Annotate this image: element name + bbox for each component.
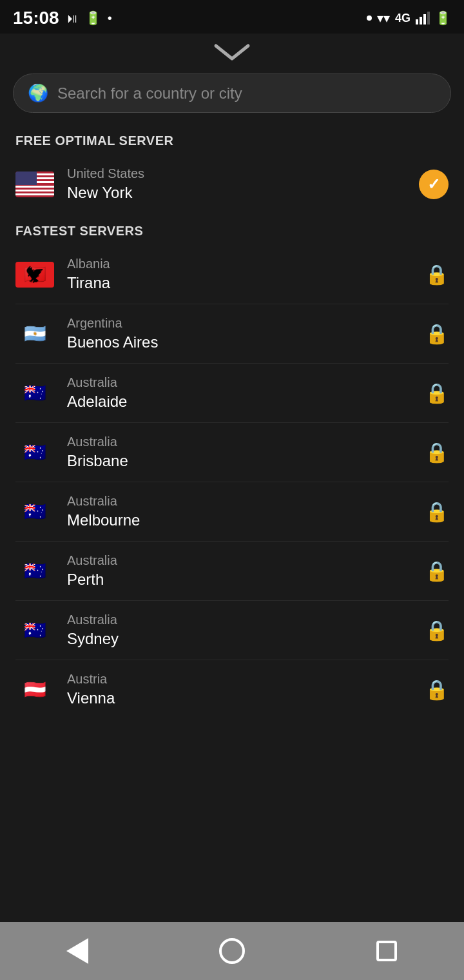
fastest-servers-header: FASTEST SERVERS	[0, 213, 464, 245]
country-al: Albania	[67, 257, 425, 271]
server-item-au-brisbane[interactable]: 🇦🇺 Australia Brisbane 🔒	[0, 423, 464, 482]
server-item-au-perth[interactable]: 🇦🇺 Australia Perth 🔒	[0, 542, 464, 600]
signal-4g: 4G	[395, 12, 411, 25]
flag-au-perth: 🇦🇺	[15, 558, 54, 584]
spotify-icon: ⏯	[66, 11, 79, 26]
lock-icon-ar: 🔒	[425, 322, 449, 345]
server-info-au-adelaide: Australia Adelaide	[67, 375, 425, 411]
server-item-us-newyork[interactable]: United States New York ✓	[0, 155, 464, 213]
signal-bars	[416, 12, 430, 24]
city-tirana: Tirana	[67, 274, 425, 292]
free-optimal-list: United States New York ✓	[0, 155, 464, 213]
lock-icon-au-perth: 🔒	[425, 560, 449, 582]
free-optimal-header: FREE OPTIMAL SERVER	[0, 123, 464, 155]
recent-icon	[376, 941, 397, 961]
signal-dot	[367, 15, 372, 21]
city-newyork: New York	[67, 184, 419, 202]
city-melbourne: Melbourne	[67, 511, 425, 529]
flag-au-melbourne: 🇦🇺	[15, 499, 54, 525]
home-icon	[219, 938, 245, 964]
server-info-at: Austria Vienna	[67, 672, 425, 707]
nav-back-button[interactable]	[52, 925, 103, 977]
flag-au-sydney: 🇦🇺	[15, 618, 54, 643]
back-icon	[66, 938, 88, 964]
server-info-us: United States New York	[67, 166, 419, 202]
battery-saver-icon: 🔋	[85, 10, 101, 26]
city-brisbane: Brisbane	[67, 452, 425, 470]
search-placeholder: Search for a country or city	[57, 84, 242, 103]
dot-icon: •	[108, 11, 112, 26]
globe-icon: 🌍	[28, 83, 48, 103]
status-bar: 15:08 ⏯ 🔋 • ▾▾ 4G 🔋	[0, 0, 464, 34]
server-info-au-melbourne: Australia Melbourne	[67, 494, 425, 529]
country-au-1: Australia	[67, 375, 425, 390]
server-item-au-melbourne[interactable]: 🇦🇺 Australia Melbourne 🔒	[0, 482, 464, 541]
search-container: 🌍 Search for a country or city	[0, 68, 464, 123]
pull-indicator[interactable]	[0, 34, 464, 68]
city-sydney: Sydney	[67, 630, 425, 648]
country-ar: Argentina	[67, 316, 425, 331]
lock-icon-al: 🔒	[425, 263, 449, 286]
nav-bar	[0, 922, 464, 980]
flag-ar: 🇦🇷	[15, 321, 54, 347]
country-au-5: Australia	[67, 612, 425, 627]
server-item-at-vienna[interactable]: 🇦🇹 Austria Vienna 🔒	[0, 660, 464, 719]
lock-icon-au-sydney: 🔒	[425, 619, 449, 642]
flag-au-adelaide: 🇦🇺	[15, 380, 54, 406]
city-adelaide: Adelaide	[67, 393, 425, 411]
server-info-au-sydney: Australia Sydney	[67, 612, 425, 648]
country-au-3: Australia	[67, 494, 425, 509]
lock-icon-at: 🔒	[425, 678, 449, 701]
server-item-au-adelaide[interactable]: 🇦🇺 Australia Adelaide 🔒	[0, 364, 464, 422]
status-left: 15:08 ⏯ 🔋 •	[13, 8, 112, 28]
nav-home-button[interactable]	[206, 925, 258, 977]
status-time: 15:08	[13, 8, 59, 28]
flag-au-brisbane: 🇦🇺	[15, 440, 54, 466]
country-au-4: Australia	[67, 553, 425, 568]
country-au-2: Australia	[67, 435, 425, 449]
nav-recent-button[interactable]	[361, 925, 412, 977]
search-bar[interactable]: 🌍 Search for a country or city	[13, 74, 451, 113]
country-us: United States	[67, 166, 419, 181]
server-info-ar: Argentina Buenos Aires	[67, 316, 425, 351]
wifi-icon: ▾▾	[377, 10, 390, 26]
country-at: Austria	[67, 672, 425, 687]
flag-al: 🇦🇱	[15, 262, 54, 288]
lock-icon-au-adelaide: 🔒	[425, 382, 449, 404]
server-item-al-tirana[interactable]: 🇦🇱 Albania Tirana 🔒	[0, 245, 464, 304]
server-item-ar-buenosaires[interactable]: 🇦🇷 Argentina Buenos Aires 🔒	[0, 304, 464, 363]
server-item-au-sydney[interactable]: 🇦🇺 Australia Sydney 🔒	[0, 601, 464, 660]
server-info-au-brisbane: Australia Brisbane	[67, 435, 425, 470]
city-perth: Perth	[67, 571, 425, 589]
flag-us	[15, 172, 54, 197]
city-vienna: Vienna	[67, 689, 425, 707]
selected-checkmark: ✓	[419, 170, 449, 199]
status-right: ▾▾ 4G 🔋	[367, 10, 451, 26]
server-info-au-perth: Australia Perth	[67, 553, 425, 589]
lock-icon-au-brisbane: 🔒	[425, 441, 449, 464]
server-info-al: Albania Tirana	[67, 257, 425, 292]
battery-icon: 🔋	[435, 10, 451, 26]
city-buenosaires: Buenos Aires	[67, 333, 425, 351]
fastest-servers-list: 🇦🇱 Albania Tirana 🔒 🇦🇷 Argentina Buenos …	[0, 245, 464, 719]
lock-icon-au-melbourne: 🔒	[425, 500, 449, 523]
flag-at: 🇦🇹	[15, 677, 54, 703]
